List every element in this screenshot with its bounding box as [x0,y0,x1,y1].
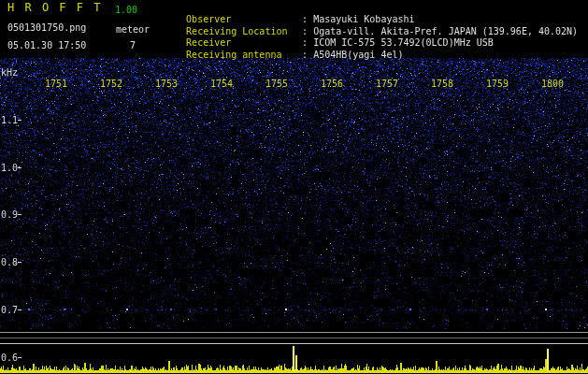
x-tick-label: 1751 [45,79,67,89]
y-tick-label: 1.0 [1,163,18,173]
y-tick-label: 0.8 [1,257,18,267]
antenna-label: Receiving antenna [186,50,302,60]
x-tick-label: 1753 [155,79,178,89]
output-filename: 0501301750.png [7,22,86,33]
mode-label: meteor [116,24,150,35]
x-tick-label: 1756 [321,79,343,89]
datetime-label: 05.01.30 17:50 [7,40,86,50]
y-tick-label: 0.7 [1,305,18,315]
app-title: H R O F F T [7,3,102,13]
echo-count: 7 [130,40,136,50]
x-tick-label: 1754 [210,79,233,89]
hrofft-screen: H R O F F T 1.00 0501301750.png meteor 0… [0,0,588,374]
x-tick-label: 1758 [431,79,453,89]
x-tick-label: 1759 [486,79,509,89]
x-tick-label: 1757 [376,79,398,89]
antenna-value: : A504HB(yagi 4el) [302,50,403,60]
y-tick-label: 0.6 [1,352,18,363]
y-tick-label: 0.9 [1,209,18,220]
info-row-antenna: Receiving antenna: A504HB(yagi 4el) [164,39,403,70]
x-tick-label: 1752 [100,79,122,89]
y-tick-label: 1.1 [1,115,18,125]
x-tick-label: 1800 [541,79,564,89]
app-version: 1.00 [115,5,137,15]
y-axis-unit: kHz [1,67,18,78]
x-tick-label: 1755 [265,79,288,89]
